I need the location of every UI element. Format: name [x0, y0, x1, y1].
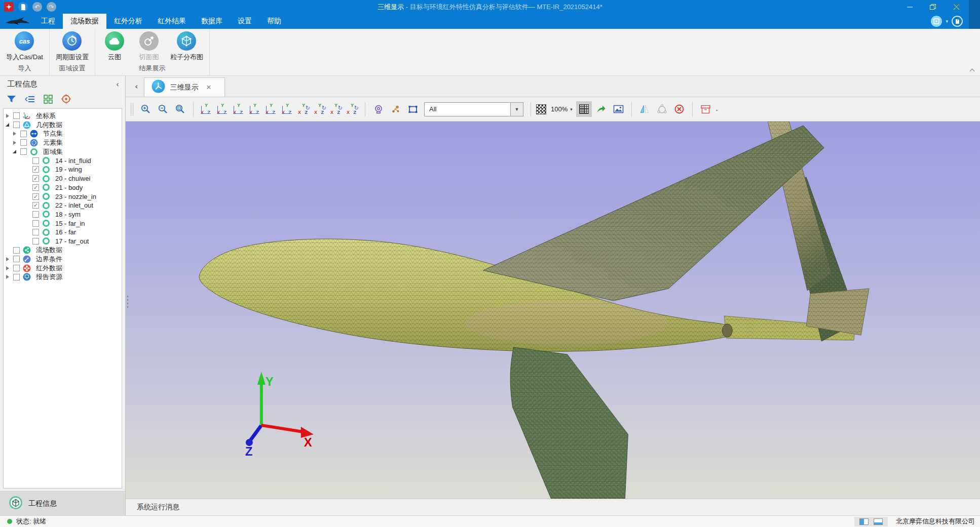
new-file-icon[interactable] [18, 2, 28, 12]
export-arrow-icon[interactable] [593, 101, 609, 117]
toolbar-grip[interactable] [131, 103, 133, 116]
dropdown-arrow-icon[interactable]: ▾ [946, 19, 948, 24]
menu-item-7[interactable]: 帮助 [259, 14, 289, 29]
visibility-checkbox[interactable] [13, 247, 20, 254]
package-icon[interactable] [698, 101, 713, 117]
visibility-checkbox[interactable]: ✓ [32, 184, 39, 191]
panel-splitter[interactable] [127, 295, 129, 308]
view-front-button[interactable]: YXZ [199, 102, 214, 117]
rotate-y-button[interactable]: YXZ [312, 102, 327, 117]
tree-item[interactable]: 17 - far_out [4, 237, 122, 246]
tree-item[interactable]: 流场数据 [4, 246, 122, 255]
tree-item[interactable]: ✓23 - nozzle_in [4, 192, 122, 201]
tree-item[interactable]: ✓21 - body [4, 183, 122, 192]
list-icon[interactable] [24, 94, 35, 104]
view-right-button[interactable]: YXZ [247, 102, 262, 117]
particle-trace-icon[interactable] [388, 101, 403, 117]
app-logo-icon[interactable] [4, 2, 14, 12]
menu-item-4[interactable]: 红外结果 [150, 14, 194, 29]
menu-item-5[interactable]: 数据库 [194, 14, 230, 29]
opacity-dropdown-icon[interactable]: ▾ [570, 107, 573, 112]
tree-item[interactable]: ✓19 - wing [4, 165, 122, 174]
menu-item-3[interactable]: 红外分析 [106, 14, 150, 29]
probe-icon[interactable] [370, 101, 386, 117]
mirror-icon[interactable] [637, 101, 653, 117]
close-button[interactable] [945, 0, 968, 14]
view-top-button[interactable]: YXZ [263, 102, 279, 117]
tree-item[interactable]: 报告资源 [4, 272, 122, 281]
ribbon-button-slice[interactable]: 切面图 [136, 31, 162, 62]
visibility-checkbox[interactable] [13, 112, 20, 119]
tree-item[interactable]: Yxz坐标系 [4, 111, 122, 120]
visibility-checkbox[interactable] [20, 148, 27, 155]
tree-item[interactable]: 14 - int_fluid [4, 156, 122, 165]
tab-scroll-left-icon[interactable]: ‹ [129, 82, 144, 91]
visibility-checkbox[interactable]: ✓ [32, 166, 39, 173]
minimize-button[interactable] [898, 0, 921, 14]
zoom-out-icon[interactable] [155, 101, 171, 117]
visibility-checkbox[interactable]: ✓ [32, 202, 39, 209]
selection-frame-icon[interactable] [405, 101, 421, 117]
cancel-icon[interactable] [671, 101, 687, 117]
ribbon-button-cloud[interactable]: 云图 [101, 31, 128, 62]
expander[interactable] [5, 257, 10, 261]
ribbon-button-particles[interactable]: 粒子分布图 [170, 31, 203, 62]
expander[interactable] [12, 150, 17, 153]
window-switch-icon[interactable] [931, 16, 942, 27]
view-back-button[interactable]: YXZ [215, 102, 230, 117]
layout-bottom-panel-icon[interactable] [874, 518, 883, 525]
tree-item[interactable]: 15 - far_in [4, 219, 122, 228]
expander[interactable] [12, 132, 17, 136]
tab-3d-view[interactable]: 三维显示 ✕ [144, 77, 225, 97]
visibility-checkbox[interactable]: ✓ [32, 193, 39, 200]
tab-close-icon[interactable]: ✕ [206, 84, 211, 91]
tree-item[interactable]: 节点集 [4, 129, 122, 138]
visibility-checkbox[interactable] [32, 157, 39, 164]
opacity-icon[interactable] [536, 104, 546, 114]
grid-icon[interactable] [43, 94, 53, 104]
menu-item-2[interactable]: 流场数据 [63, 14, 106, 29]
collapse-panel-icon[interactable]: ‹ [116, 80, 119, 89]
restore-button[interactable] [921, 0, 945, 14]
project-panel-footer[interactable]: 工程信息 [0, 491, 125, 515]
visibility-checkbox[interactable] [13, 274, 20, 280]
tree-item[interactable]: 面域集 [4, 147, 122, 156]
expander[interactable] [5, 266, 10, 270]
combo-dropdown-icon[interactable]: ▼ [510, 103, 523, 116]
visibility-checkbox[interactable] [32, 229, 39, 235]
visibility-checkbox[interactable] [13, 265, 20, 271]
visibility-checkbox[interactable] [13, 121, 20, 128]
zoom-fit-icon[interactable] [172, 101, 188, 117]
tree-item[interactable]: 18 - sym [4, 210, 122, 219]
rotate-free-button[interactable]: YXZ [345, 102, 360, 117]
visibility-checkbox[interactable] [20, 139, 27, 146]
expander[interactable] [5, 275, 10, 279]
menu-item-1[interactable]: 工程 [33, 14, 63, 29]
tree-item[interactable]: ✓20 - chuiwei [4, 174, 122, 183]
tree-item[interactable]: 红外数据 [4, 264, 122, 273]
visibility-checkbox[interactable] [32, 238, 39, 245]
undo-icon[interactable]: ↶ [32, 2, 42, 12]
view-left-button[interactable]: YXZ [231, 102, 246, 117]
tree-item[interactable]: 边界条件 [4, 255, 122, 264]
visibility-checkbox[interactable] [32, 220, 39, 227]
tree-item[interactable]: 几何数据 [4, 120, 122, 130]
expander[interactable] [12, 141, 17, 145]
rotate-x-button[interactable]: YXZ [296, 102, 311, 117]
expander[interactable] [5, 114, 10, 118]
rotate-z-button[interactable]: YXZ [328, 102, 344, 117]
redo-icon[interactable]: ↷ [47, 2, 56, 12]
zoom-in-icon[interactable] [138, 101, 154, 117]
viewport-3d[interactable]: Z Y X [126, 121, 980, 499]
ribbon-button-cas[interactable]: cas导入Cas/Dat [6, 31, 43, 62]
package-dropdown-icon[interactable]: ⌄ [715, 107, 719, 112]
tree-item[interactable]: ✓22 - inlet_out [4, 201, 122, 210]
display-filter-select[interactable]: All ▼ [424, 102, 523, 116]
tree-item[interactable]: 16 - far [4, 228, 122, 237]
tree-item[interactable]: 元素集 [4, 138, 122, 147]
menu-item-6[interactable]: 设置 [230, 14, 259, 29]
ribbon-button-period[interactable]: 周期面设置 [56, 31, 89, 62]
visibility-checkbox[interactable] [20, 131, 27, 137]
smooth-surface-icon[interactable] [654, 101, 670, 117]
layout-left-panel-icon[interactable] [859, 518, 869, 525]
